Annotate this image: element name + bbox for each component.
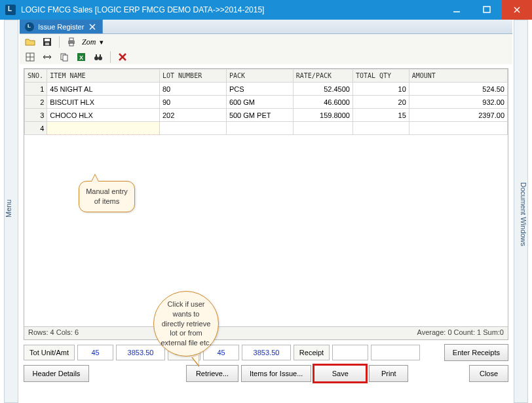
close-window-button[interactable] (502, 0, 532, 20)
save-icon[interactable] (41, 35, 54, 48)
printer-icon[interactable] (65, 35, 78, 48)
col-lot-number[interactable]: LOT NUMBER (159, 69, 226, 83)
svg-rect-17 (63, 55, 67, 61)
document-tabbar: Issue Register (20, 20, 512, 34)
cell-lot[interactable]: 202 (159, 109, 226, 122)
cell-item-name[interactable]: 45 NIGHT AL (47, 83, 160, 96)
tab-icon (25, 22, 34, 31)
tab-issue-register[interactable]: Issue Register (20, 20, 103, 33)
cell-rate[interactable]: 159.8000 (293, 109, 352, 122)
svg-rect-22 (96, 54, 97, 57)
table-row[interactable]: 145 NIGHT AL80PCS52.450010524.50 (25, 83, 508, 96)
close-button[interactable]: Close (469, 365, 508, 382)
cell-sno: 3 (25, 109, 47, 122)
tab-label: Issue Register (38, 23, 84, 31)
menu-sidebar[interactable]: Menu (4, 20, 18, 403)
cell-pack[interactable] (226, 122, 293, 135)
cell-rate[interactable] (293, 122, 352, 135)
receipt-amt-value (371, 345, 420, 360)
cell-rate[interactable]: 46.6000 (293, 96, 352, 109)
cell-item-name[interactable]: BISCUIT HLX (47, 96, 160, 109)
cell-lot[interactable]: 80 (159, 83, 226, 96)
save-button[interactable]: Save (314, 365, 366, 382)
svg-rect-8 (45, 43, 49, 45)
cell-sno: 2 (25, 96, 47, 109)
delete-icon[interactable] (116, 50, 129, 64)
enter-receipts-button[interactable]: Enter Receipts (444, 344, 508, 361)
callout-retrieve: Click if user wants to directly retrieve… (153, 291, 219, 356)
cell-amount[interactable] (409, 122, 507, 135)
retrieve-button[interactable]: Retrieve... (186, 365, 238, 382)
col-sno[interactable]: SNO. (25, 69, 47, 83)
window-titlebar: LOGIC FMCG Sales [LOGIC ERP FMCG DEMO DA… (0, 0, 532, 20)
app-icon (5, 5, 16, 15)
grid-footer: Rows: 4 Cols: 6 Average: 0 Count: 1 Sum:… (24, 326, 508, 339)
cell-qty[interactable]: 10 (352, 83, 409, 96)
cell-lot[interactable] (159, 122, 226, 135)
cell-amount[interactable]: 524.50 (409, 83, 507, 96)
cell-item-name[interactable]: CHOCO HLX (47, 109, 160, 122)
cell-rate[interactable]: 52.4500 (293, 83, 352, 96)
col-rate-pack[interactable]: RATE/PACK (293, 69, 352, 83)
new-folder-icon[interactable] (24, 35, 37, 48)
col-item-name[interactable]: ITEM NAME (47, 69, 160, 83)
client-area: Issue Register Zom▾ X SNO. ITEM NAME (20, 20, 512, 399)
cell-qty[interactable]: 20 (352, 96, 409, 109)
callout-manual-entry: Manual entry of items (79, 181, 135, 212)
binoculars-icon[interactable] (92, 50, 105, 64)
fit-width-icon[interactable] (41, 50, 54, 64)
svg-text:X: X (79, 54, 83, 61)
receipt-label: Receipt (294, 345, 330, 360)
header-details-button[interactable]: Header Details (24, 365, 89, 382)
excel-icon[interactable]: X (75, 50, 88, 64)
svg-rect-23 (100, 54, 101, 57)
cell-pack[interactable]: 500 GM PET (226, 109, 293, 122)
cell-qty[interactable] (352, 122, 409, 135)
tot-amt-value: 3853.50 (116, 345, 165, 360)
items-for-issue-button[interactable]: Items for Issue... (241, 365, 311, 382)
tot-units-value: 45 (77, 345, 113, 360)
svg-rect-1 (484, 7, 490, 12)
table-row[interactable]: 4 (25, 122, 508, 135)
zoom-label[interactable]: Zom (82, 37, 96, 47)
print-button[interactable]: Print (369, 365, 408, 382)
svg-rect-10 (69, 38, 73, 41)
cell-sno: 4 (25, 122, 47, 135)
document-windows-sidebar[interactable]: Document Windows (514, 20, 528, 403)
zoom-dropdown-icon[interactable]: ▾ (100, 38, 104, 47)
tab-close-icon[interactable] (88, 22, 97, 31)
col-pack[interactable]: PACK (226, 69, 293, 83)
minimize-button[interactable] (442, 0, 472, 20)
cell-amount[interactable]: 2397.00 (409, 109, 507, 122)
cell-pack[interactable]: 600 GM (226, 96, 293, 109)
main-toolbar: Zom▾ (20, 34, 512, 50)
copy-icon[interactable] (58, 50, 71, 64)
table-row[interactable]: 2BISCUIT HLX90600 GM46.600020932.00 (25, 96, 508, 109)
cell-pack[interactable]: PCS (226, 83, 293, 96)
grid-icon[interactable] (24, 50, 37, 64)
svg-rect-7 (45, 39, 50, 41)
cell-item-name[interactable] (47, 122, 160, 135)
cell-amount[interactable]: 932.00 (409, 96, 507, 109)
col-total-qty[interactable]: TOTAL QTY (352, 69, 409, 83)
window-title: LOGIC FMCG Sales [LOGIC ERP FMCG DEMO DA… (21, 5, 264, 14)
bottom-panel: Tot Unit/Amt 45 3853.50 Issue 45 3853.50… (24, 344, 508, 395)
cell-sno: 1 (25, 83, 47, 96)
issue-amt-value: 3853.50 (242, 345, 291, 360)
tot-unit-amt-label: Tot Unit/Amt (24, 345, 75, 360)
maximize-button[interactable] (472, 0, 502, 20)
col-amount[interactable]: AMOUNT (409, 69, 507, 83)
grid-aggregate-status: Average: 0 Count: 1 Sum:0 (417, 328, 504, 338)
cell-qty[interactable]: 15 (352, 109, 409, 122)
grid-toolbar: X (20, 50, 512, 64)
receipt-units-value (332, 345, 368, 360)
cell-lot[interactable]: 90 (159, 96, 226, 109)
table-row[interactable]: 3CHOCO HLX202500 GM PET159.8000152397.00 (25, 109, 508, 122)
grid-rowcol-status: Rows: 4 Cols: 6 (28, 328, 79, 338)
grid-header-row: SNO. ITEM NAME LOT NUMBER PACK RATE/PACK… (25, 69, 508, 83)
svg-rect-11 (69, 43, 73, 46)
